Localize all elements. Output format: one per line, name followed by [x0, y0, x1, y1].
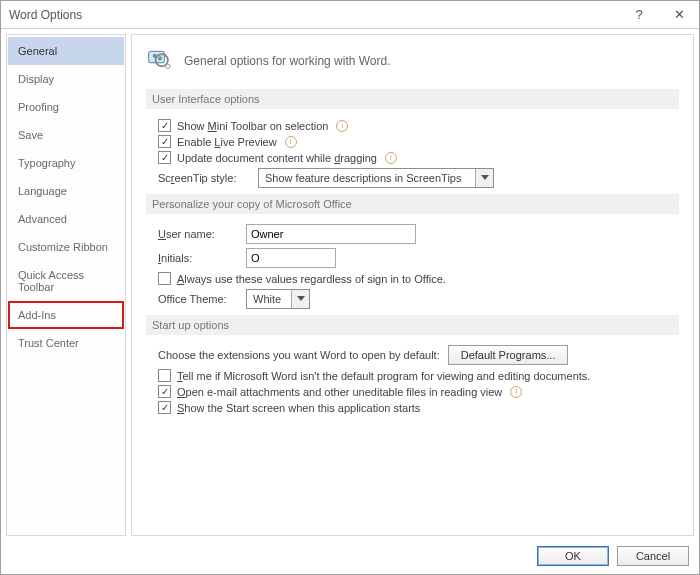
sidebar-item-advanced[interactable]: Advanced — [8, 205, 124, 233]
tell-me-checkbox[interactable] — [158, 369, 171, 382]
general-options-icon — [146, 47, 174, 75]
section-personalize-title: Personalize your copy of Microsoft Offic… — [146, 194, 679, 214]
window-title: Word Options — [9, 8, 619, 22]
always-use-row: Always use these values regardless of si… — [158, 272, 679, 285]
open-email-label: Open e-mail attachments and other unedit… — [177, 386, 502, 398]
info-icon[interactable]: i — [336, 120, 348, 132]
info-icon[interactable]: i — [385, 152, 397, 164]
username-label: User name: — [158, 228, 238, 240]
sidebar-item-trust-center[interactable]: Trust Center — [8, 329, 124, 357]
ok-button[interactable]: OK — [537, 546, 609, 566]
theme-select[interactable]: White — [246, 289, 310, 309]
svg-point-3 — [166, 64, 170, 68]
chevron-down-icon — [291, 290, 309, 308]
live-preview-label: Enable Live Preview — [177, 136, 277, 148]
sidebar-item-customize-ribbon[interactable]: Customize Ribbon — [8, 233, 124, 261]
always-use-checkbox[interactable] — [158, 272, 171, 285]
info-icon[interactable]: i — [285, 136, 297, 148]
sidebar-item-add-ins[interactable]: Add-Ins — [8, 301, 124, 329]
chevron-down-icon — [475, 169, 493, 187]
screentip-select[interactable]: Show feature descriptions in ScreenTips — [258, 168, 494, 188]
tell-me-row: Tell me if Microsoft Word isn't the defa… — [158, 369, 679, 382]
word-options-dialog: Word Options ? ✕ GeneralDisplayProofingS… — [0, 0, 700, 575]
update-dragging-label: Update document content while dragging — [177, 152, 377, 164]
sidebar-item-display[interactable]: Display — [8, 65, 124, 93]
live-preview-checkbox[interactable]: ✓ — [158, 135, 171, 148]
sidebar-item-save[interactable]: Save — [8, 121, 124, 149]
content-panel: General options for working with Word. U… — [131, 34, 694, 536]
tell-me-label: Tell me if Microsoft Word isn't the defa… — [177, 370, 590, 382]
initials-label: Initials: — [158, 252, 238, 264]
start-screen-label: Show the Start screen when this applicat… — [177, 402, 420, 414]
theme-label: Office Theme: — [158, 293, 238, 305]
sidebar-item-general[interactable]: General — [8, 37, 124, 65]
mini-toolbar-checkbox[interactable]: ✓ — [158, 119, 171, 132]
dialog-footer: OK Cancel — [1, 536, 699, 574]
info-icon[interactable]: i — [510, 386, 522, 398]
open-email-checkbox[interactable]: ✓ — [158, 385, 171, 398]
update-dragging-checkbox[interactable]: ✓ — [158, 151, 171, 164]
initials-row: Initials: — [158, 248, 679, 268]
initials-input[interactable] — [246, 248, 336, 268]
help-button[interactable]: ? — [619, 1, 659, 29]
username-input[interactable] — [246, 224, 416, 244]
dialog-body: GeneralDisplayProofingSaveTypographyLang… — [1, 29, 699, 536]
content-header: General options for working with Word. — [146, 47, 679, 75]
live-preview-row: ✓ Enable Live Preview i — [158, 135, 679, 148]
default-programs-button[interactable]: Default Programs... — [448, 345, 569, 365]
start-screen-checkbox[interactable]: ✓ — [158, 401, 171, 414]
sidebar-item-language[interactable]: Language — [8, 177, 124, 205]
screentip-label: ScreenTip style: — [158, 172, 250, 184]
start-screen-row: ✓ Show the Start screen when this applic… — [158, 401, 679, 414]
mini-toolbar-row: ✓ Show Mini Toolbar on selection i — [158, 119, 679, 132]
theme-row: Office Theme: White — [158, 289, 679, 309]
sidebar-item-proofing[interactable]: Proofing — [8, 93, 124, 121]
close-button[interactable]: ✕ — [659, 1, 699, 29]
section-startup-title: Start up options — [146, 315, 679, 335]
sidebar-item-quick-access-toolbar[interactable]: Quick Access Toolbar — [8, 261, 124, 301]
default-programs-row: Choose the extensions you want Word to o… — [158, 345, 679, 365]
screentip-row: ScreenTip style: Show feature descriptio… — [158, 168, 679, 188]
titlebar: Word Options ? ✕ — [1, 1, 699, 29]
update-dragging-row: ✓ Update document content while dragging… — [158, 151, 679, 164]
open-email-row: ✓ Open e-mail attachments and other uned… — [158, 385, 679, 398]
username-row: User name: — [158, 224, 679, 244]
choose-extensions-label: Choose the extensions you want Word to o… — [158, 349, 440, 361]
sidebar-item-typography[interactable]: Typography — [8, 149, 124, 177]
always-use-label: Always use these values regardless of si… — [177, 273, 446, 285]
sidebar: GeneralDisplayProofingSaveTypographyLang… — [6, 34, 126, 536]
content-header-text: General options for working with Word. — [184, 54, 391, 68]
mini-toolbar-label: Show Mini Toolbar on selection — [177, 120, 328, 132]
cancel-button[interactable]: Cancel — [617, 546, 689, 566]
section-ui-title: User Interface options — [146, 89, 679, 109]
svg-point-2 — [158, 56, 162, 60]
